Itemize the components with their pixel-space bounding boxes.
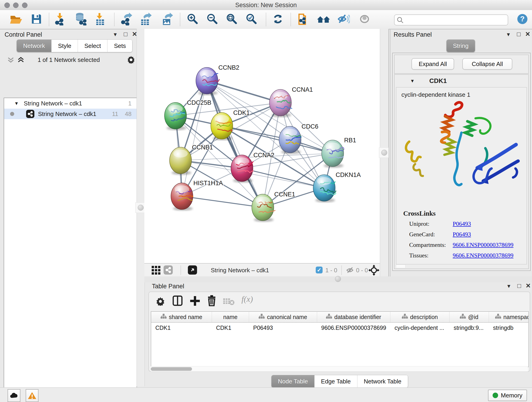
crosslink-link[interactable]: P06493	[453, 220, 471, 227]
collapse-all-button[interactable]: Collapse All	[462, 58, 512, 70]
first-neighbors-button[interactable]	[297, 12, 310, 27]
table-gear-icon[interactable]	[155, 296, 165, 307]
selected-checkbox-icon[interactable]: ✓	[316, 267, 323, 274]
open-session-button[interactable]	[10, 13, 22, 26]
network-node-CDC6[interactable]: CDC6	[279, 123, 318, 154]
table-panel-menu-icon[interactable]: ▼	[506, 284, 511, 289]
results-panel-float-icon[interactable]: □	[517, 31, 520, 37]
column-header-namespace[interactable]: namespace	[489, 312, 529, 322]
expand-all-networks-icon[interactable]	[17, 56, 25, 65]
table-cell[interactable]: CDK1	[151, 323, 212, 333]
network-tree: ▼ String Network – cdk1 1 String Network…	[4, 98, 137, 402]
table-cell[interactable]: cyclin-dependent ...	[390, 323, 450, 333]
export-image-button[interactable]	[161, 13, 173, 26]
network-collection-row[interactable]: ▼ String Network – cdk1 1	[4, 98, 137, 109]
tab-network-table[interactable]: Network Table	[357, 375, 408, 388]
network-row[interactable]: String Network – cdk1 11 48	[4, 109, 137, 119]
node-label-CCNB2: CCNB2	[218, 64, 239, 71]
table-panel-close-icon[interactable]: ✕	[526, 283, 531, 289]
zoom-fit-button[interactable]	[226, 13, 238, 26]
memory-button[interactable]: Memory	[488, 390, 527, 401]
column-header-name[interactable]: name	[212, 312, 249, 322]
node-table[interactable]: shared namenamecanonical namedatabase id…	[151, 311, 529, 367]
fit-content-crosshair-icon[interactable]	[368, 265, 380, 277]
cdk1-section-header[interactable]: ▼ CDK1	[394, 75, 528, 87]
tab-network[interactable]: Network	[17, 40, 51, 52]
zoom-in-button[interactable]	[187, 13, 199, 26]
crosslink-link[interactable]: 9606.ENSP00000378699	[453, 252, 513, 259]
column-header--id[interactable]: @id	[450, 312, 489, 322]
expand-all-button[interactable]: Expand All	[412, 58, 454, 70]
table-cell[interactable]: 9606.ENSP00000378699	[317, 323, 390, 333]
zoom-out-button[interactable]	[206, 13, 218, 26]
add-column-icon[interactable]	[190, 295, 200, 307]
results-panel-title: Results Panel	[394, 31, 432, 38]
network-node-RB1[interactable]: RB1	[322, 137, 356, 168]
horizontal-splitter-handle[interactable]	[333, 274, 343, 283]
import-table-button[interactable]	[94, 13, 106, 26]
tab-style[interactable]: Style	[51, 40, 78, 52]
network-node-CCNE1[interactable]: CCNE1	[252, 191, 295, 222]
tab-string[interactable]: String	[447, 40, 475, 52]
tab-node-table[interactable]: Node Table	[272, 375, 315, 388]
column-header-shared-name[interactable]: shared name	[151, 312, 212, 322]
column-type-icon	[326, 313, 332, 320]
cdk1-disclosure-icon[interactable]: ▼	[410, 78, 415, 84]
network-node-CCNA1[interactable]: CCNA1	[269, 86, 313, 117]
results-panel-close-icon[interactable]: ✕	[525, 31, 530, 37]
import-network-from-database-button[interactable]	[74, 13, 87, 26]
zoom-selected-button[interactable]	[246, 13, 258, 26]
table-row[interactable]: CDK1CDK1P064939606.ENSP00000378699cyclin…	[151, 323, 528, 333]
table-cell[interactable]: stringdb	[489, 323, 529, 333]
warning-button[interactable]	[26, 389, 38, 402]
open-in-window-icon[interactable]	[188, 265, 197, 274]
tab-edge-table[interactable]: Edge Table	[315, 375, 357, 388]
toolbar-separator	[114, 13, 114, 26]
neighborhood-houses-button[interactable]	[317, 13, 331, 26]
table-panel-float-icon[interactable]: □	[517, 283, 521, 289]
scrollbar-thumb[interactable]	[151, 367, 192, 371]
network-node-CDKN1A[interactable]: CDKN1A	[313, 172, 361, 202]
tab-select[interactable]: Select	[78, 40, 108, 52]
right-splitter-handle[interactable]	[379, 147, 389, 158]
column-header-description[interactable]: description	[390, 312, 450, 322]
cloud-button[interactable]	[7, 389, 20, 402]
network-share-badge-icon[interactable]	[164, 265, 173, 274]
application-window: Session: New Session	[0, 0, 532, 402]
import-network-button[interactable]	[54, 13, 66, 26]
cloud-icon	[10, 392, 18, 399]
network-view[interactable]: CCNB2CCNA1CDC25BCDK1CDC6RB1CCNB1CCNA2CDK…	[144, 29, 380, 263]
help-button[interactable]: ?	[517, 13, 528, 26]
save-session-button[interactable]	[31, 13, 42, 26]
protein-structure-image	[397, 100, 526, 207]
column-header-canonical-name[interactable]: canonical name	[249, 312, 317, 322]
network-node-CDK1[interactable]: CDK1	[211, 109, 250, 140]
control-panel-gear-icon[interactable]	[127, 55, 136, 65]
table-horizontal-scrollbar[interactable]	[151, 366, 528, 371]
table-cell[interactable]: CDK1	[212, 323, 249, 333]
table-cell[interactable]: P06493	[249, 323, 317, 333]
crosslink-link[interactable]: P06493	[453, 231, 471, 238]
birds-eye-grid-icon[interactable]	[152, 266, 160, 274]
results-panel-menu-icon[interactable]: ▼	[506, 32, 511, 37]
cdk1-section: ▼ CDK1 cyclin-dependent kinase 1	[394, 74, 529, 269]
collapse-all-networks-icon[interactable]	[7, 56, 15, 65]
collection-disclosure-icon[interactable]: ▼	[14, 101, 19, 106]
tab-sets[interactable]: Sets	[108, 40, 132, 52]
crosslink-link[interactable]: 9606.ENSP00000378699	[453, 242, 513, 249]
network-node-HIST1H1A[interactable]: HIST1H1A	[171, 180, 223, 211]
table-cell[interactable]: stringdb:9...	[450, 323, 489, 333]
delete-column-icon[interactable]	[207, 295, 217, 307]
refresh-button[interactable]	[272, 13, 284, 26]
crosslink-link[interactable]: P06493	[453, 263, 471, 264]
hide-selected-button[interactable]	[337, 13, 350, 26]
control-panel-menu-icon[interactable]: ▼	[113, 32, 118, 37]
show-all-button[interactable]	[359, 13, 370, 26]
control-panel-float-icon[interactable]: □	[124, 31, 127, 37]
column-header-database-identifier[interactable]: database identifier	[317, 312, 390, 322]
show-column-icon[interactable]	[172, 295, 183, 307]
window-title: Session: New Session	[0, 2, 532, 9]
search-input[interactable]	[394, 14, 508, 26]
export-network-button[interactable]	[120, 13, 133, 26]
export-table-button[interactable]	[140, 13, 152, 26]
